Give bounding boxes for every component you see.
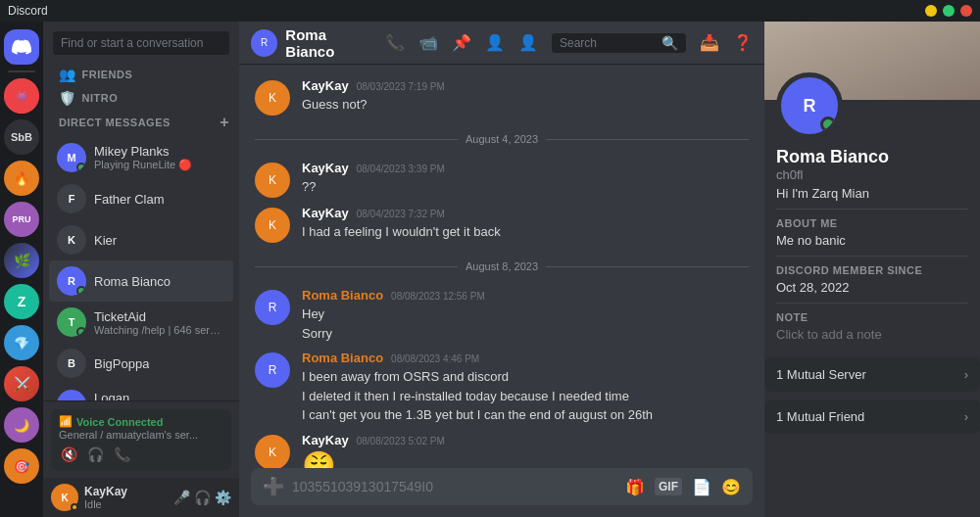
- dm-name-bigpoppa: BigPoppa: [94, 356, 149, 371]
- dm-list: M Mikey Planks Playing RuneLite 🔴 F Fath…: [43, 135, 239, 400]
- note-input[interactable]: Click to add a note: [776, 327, 968, 342]
- voice-mute-button[interactable]: 🔇: [59, 445, 79, 464]
- discord-home-button[interactable]: [4, 29, 39, 65]
- mutual-server-item[interactable]: 1 Mutual Server ›: [764, 357, 980, 392]
- gift-icon[interactable]: 🎁: [625, 478, 645, 496]
- online-indicator: [820, 117, 836, 132]
- pin-icon[interactable]: 📌: [452, 33, 471, 52]
- msg-avatar-roma-2: R: [255, 352, 290, 388]
- server-icon-prual[interactable]: PRU: [4, 202, 39, 237]
- file-icon[interactable]: 📄: [692, 478, 711, 496]
- search-box: 🔍: [552, 33, 686, 53]
- dm-item-roma-bianco[interactable]: R Roma Bianco: [49, 260, 233, 302]
- message-group-1: K KayKay 08/03/2023 7:19 PM Guess not?: [255, 76, 749, 118]
- msg-avatar-kaykay-1: K: [255, 80, 290, 116]
- server-icon-9[interactable]: 🌙: [4, 407, 39, 443]
- msg-author-6: KayKay: [302, 433, 349, 447]
- date-text-aug8: August 8, 2023: [466, 260, 538, 272]
- minimize-button[interactable]: [925, 5, 937, 17]
- server-icon-10[interactable]: 🎯: [4, 448, 39, 484]
- input-area: ➕ 🎁 GIF 📄 😊: [239, 468, 764, 517]
- msg-text-2: ??: [302, 177, 749, 197]
- message-group-4: R Roma Bianco 08/08/2023 12:56 PM Hey So…: [255, 286, 749, 345]
- server-icon-5[interactable]: 🌿: [4, 243, 39, 278]
- friends-icon: 👥: [59, 67, 76, 82]
- dm-item-kier[interactable]: K Kier: [49, 219, 233, 260]
- profile-divider-1: [776, 209, 968, 210]
- msg-text-5c: I can't get you the 1.3B yet but I can t…: [302, 405, 749, 425]
- dm-item-mikey-planks[interactable]: M Mikey Planks Playing RuneLite 🔴: [49, 137, 233, 178]
- server-icon-sbb[interactable]: SbB: [4, 119, 39, 155]
- profile-divider-2: [776, 256, 968, 257]
- dm-item-father-clam[interactable]: F Father Clam: [49, 178, 233, 219]
- msg-author-4: Roma Bianco: [302, 288, 383, 303]
- add-dm-button[interactable]: +: [220, 114, 229, 131]
- add-member-icon[interactable]: 👤: [485, 33, 505, 52]
- msg-avatar-kaykay-2: K: [255, 163, 290, 198]
- member-since-title: DISCORD MEMBER SINCE: [776, 264, 968, 276]
- add-file-icon[interactable]: ➕: [263, 476, 284, 497]
- dm-section-label: DIRECT MESSAGES: [59, 117, 171, 128]
- message-input[interactable]: [292, 479, 617, 494]
- header-icons: 📞 📹 📌 👤 👤 🔍 📥 ❓: [385, 33, 753, 53]
- voice-leave-button[interactable]: 📞: [112, 445, 132, 464]
- dm-item-logan[interactable]: L Logan Playing RuneLite 🔴: [49, 384, 233, 400]
- msg-content-6: KayKay 08/08/2023 5:02 PM 😤: [302, 433, 749, 469]
- note-title: NOTE: [776, 311, 968, 323]
- avatar-logan: L: [57, 390, 86, 400]
- dm-name-logan: Logan: [94, 391, 192, 400]
- mutual-friend-item[interactable]: 1 Mutual Friend ›: [764, 400, 980, 434]
- profile-avatar-area: R: [764, 72, 980, 139]
- msg-text-3: I had a feeling I wouldn't get it back: [302, 222, 749, 242]
- maximize-button[interactable]: [943, 5, 955, 17]
- msg-time-2: 08/04/2023 3:39 PM: [357, 164, 445, 174]
- profile-username-tag: ch0fl: [776, 167, 968, 182]
- gif-icon[interactable]: GIF: [655, 478, 682, 495]
- inbox-icon[interactable]: 📥: [700, 33, 719, 52]
- signal-icon: 📶: [59, 415, 73, 428]
- msg-content-3: KayKay 08/04/2023 7:32 PM I had a feelin…: [302, 206, 749, 243]
- dm-item-ticketaid[interactable]: T TicketAid Watching /help | 646 servers: [49, 302, 233, 343]
- msg-time-6: 08/08/2023 5:02 PM: [357, 436, 445, 446]
- dm-item-bigpoppa[interactable]: B BigPoppa: [49, 343, 233, 384]
- avatar-father-clam: F: [57, 184, 86, 213]
- friends-label[interactable]: Friends: [82, 69, 133, 80]
- server-icon-7[interactable]: 💎: [4, 325, 39, 360]
- user-tag: Idle: [84, 498, 127, 510]
- nitro-label[interactable]: Nitro: [82, 92, 119, 104]
- avatar-kier: K: [57, 225, 86, 255]
- server-icon-8[interactable]: ⚔️: [4, 366, 39, 401]
- mutual-friend-chevron: ›: [964, 409, 968, 424]
- dm-search-input[interactable]: [53, 31, 229, 55]
- user-panel: K KayKay Idle 🎤 🎧 ⚙️: [43, 478, 239, 517]
- msg-avatar-kaykay-6: K: [255, 435, 290, 469]
- server-icon-3[interactable]: 🔥: [4, 161, 39, 196]
- nitro-icon: 🛡️: [59, 90, 76, 106]
- user-mic-button[interactable]: 🎤: [173, 490, 190, 505]
- dm-name-father-clam: Father Clam: [94, 192, 165, 207]
- message-group-3: K KayKay 08/04/2023 7:32 PM I had a feel…: [255, 204, 749, 245]
- server-icon-1[interactable]: 👾: [4, 78, 39, 114]
- message-group-2: K KayKay 08/04/2023 3:39 PM ??: [255, 159, 749, 200]
- avatar-bigpoppa: B: [57, 349, 86, 378]
- user-headphones-button[interactable]: 🎧: [194, 490, 211, 505]
- video-icon[interactable]: 📹: [418, 33, 438, 52]
- msg-author-5: Roma Bianco: [302, 351, 383, 365]
- close-button[interactable]: [960, 5, 972, 17]
- server-icon-z[interactable]: Z: [4, 284, 39, 319]
- emoji-icon[interactable]: 😊: [721, 478, 741, 496]
- chat-search-input[interactable]: [560, 36, 658, 50]
- voice-deafen-button[interactable]: 🎧: [85, 445, 106, 464]
- date-divider-aug4: August 4, 2023: [255, 133, 749, 145]
- user-controls: 🎤 🎧 ⚙️: [173, 490, 231, 505]
- msg-time-4: 08/08/2023 12:56 PM: [391, 291, 485, 302]
- profile-avatar: R: [776, 72, 843, 139]
- mutual-friend-label: 1 Mutual Friend: [776, 409, 864, 424]
- user-profile-icon[interactable]: 👤: [518, 33, 538, 52]
- user-settings-button[interactable]: ⚙️: [215, 490, 231, 505]
- dm-search-area: [43, 22, 239, 63]
- input-actions: 🎁 GIF 📄 😊: [625, 478, 741, 496]
- help-icon[interactable]: ❓: [733, 33, 753, 52]
- phone-icon[interactable]: 📞: [385, 33, 405, 52]
- profile-body: Roma Bianco ch0fl Hi I'm Zarq Mian ABOUT…: [764, 147, 980, 353]
